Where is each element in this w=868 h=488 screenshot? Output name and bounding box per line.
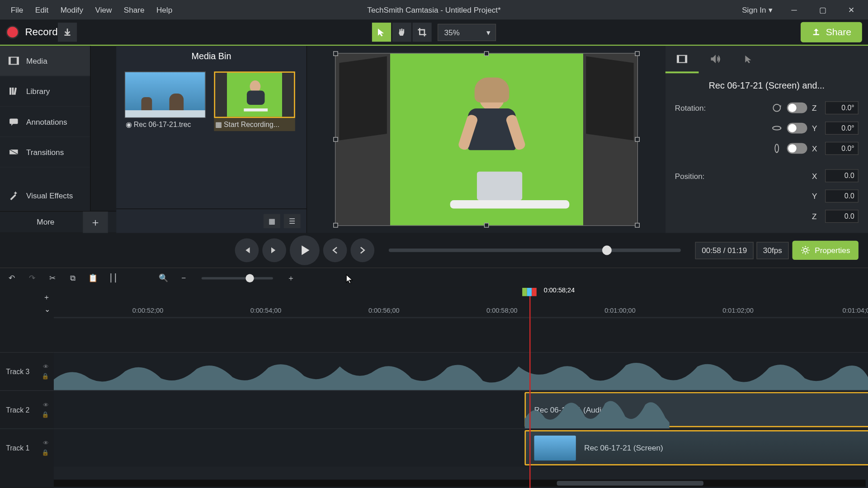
timeline-hscroll[interactable] xyxy=(54,480,866,487)
playhead[interactable]: 0:00:58;24 xyxy=(529,288,531,488)
view-list-button[interactable]: ☰ xyxy=(284,214,301,228)
tool-crop[interactable] xyxy=(413,23,432,42)
zoom-handle[interactable] xyxy=(246,274,254,282)
rotation-y-field[interactable] xyxy=(825,122,859,135)
copy-button[interactable]: ⧉ xyxy=(66,271,80,285)
resize-handle[interactable] xyxy=(635,51,640,56)
zoom-in-button[interactable]: ＋ xyxy=(284,271,298,285)
menu-file[interactable]: File xyxy=(5,3,29,17)
prev-button[interactable] xyxy=(323,238,347,262)
scrubber-handle[interactable] xyxy=(602,245,612,255)
rotation-y-toggle[interactable] xyxy=(787,123,807,134)
add-media-button[interactable]: ＋ xyxy=(83,211,108,232)
media-clip-2[interactable]: ▦ Start Recording... xyxy=(214,71,295,131)
position-y-field[interactable] xyxy=(825,189,859,202)
paste-button[interactable]: 📋 xyxy=(86,271,100,285)
svg-rect-2 xyxy=(17,57,19,65)
sidebar-more[interactable]: More xyxy=(8,217,83,226)
playhead-marker[interactable] xyxy=(522,288,537,296)
sidebar-annotations[interactable]: Annotations xyxy=(0,107,90,137)
gear-icon xyxy=(801,245,810,255)
collapse-tracks-button[interactable]: ⌄ xyxy=(44,305,50,313)
lock-icon[interactable]: 🔒 xyxy=(42,449,49,456)
timeline-ruler[interactable]: 0:00:52;00 0:00:54;00 0:00:56;00 0:00:58… xyxy=(54,288,868,318)
menu-view[interactable]: View xyxy=(89,3,118,17)
zoom-out-button[interactable]: − xyxy=(176,271,191,285)
lock-icon[interactable]: 🔒 xyxy=(42,411,49,418)
rotate-z-icon xyxy=(771,103,782,113)
resize-handle[interactable] xyxy=(333,137,338,142)
step-back-button[interactable] xyxy=(235,238,259,262)
menu-help[interactable]: Help xyxy=(151,3,179,17)
rotation-x-field[interactable] xyxy=(825,142,859,155)
properties-button[interactable]: Properties xyxy=(792,241,859,260)
download-button[interactable] xyxy=(58,23,77,42)
track-2[interactable]: Rec 06-17-21 (Audio) xyxy=(54,390,868,428)
sidebar-media[interactable]: Media xyxy=(0,46,90,76)
canvas-preview xyxy=(335,54,637,225)
next-button[interactable] xyxy=(350,238,374,262)
add-track-button[interactable]: ＋ xyxy=(43,292,50,302)
view-grid-button[interactable]: ▦ xyxy=(264,214,280,228)
ruler-tick: 0:01:02;00 xyxy=(722,307,754,314)
timeline-zoom-slider[interactable] xyxy=(202,277,273,279)
track-header-2[interactable]: Track 2👁🔒 xyxy=(0,390,54,428)
pos-axis-z: Z xyxy=(812,212,820,221)
prop-tab-cursor[interactable] xyxy=(732,46,765,74)
playback-scrubber[interactable] xyxy=(389,249,681,252)
signin-button[interactable]: Sign In▾ xyxy=(737,3,778,17)
play-button[interactable] xyxy=(290,235,320,265)
rotation-x-toggle[interactable] xyxy=(787,143,807,154)
eye-icon[interactable]: 👁 xyxy=(43,402,49,408)
clip-screen[interactable]: Rec 06-17-21 (Screen) xyxy=(524,430,868,465)
track-3[interactable] xyxy=(54,352,868,390)
eye-icon[interactable]: 👁 xyxy=(43,440,49,446)
sidebar-library[interactable]: Library xyxy=(0,76,90,107)
prop-tab-audio[interactable] xyxy=(699,46,732,74)
close-button[interactable]: ✕ xyxy=(840,1,863,18)
sidebar-visual-effects[interactable]: Visual Effects xyxy=(0,181,90,211)
rotation-z-field[interactable] xyxy=(825,101,859,114)
resize-handle[interactable] xyxy=(333,223,338,228)
step-fwd-button[interactable] xyxy=(262,238,286,262)
rotation-z-toggle[interactable] xyxy=(787,103,807,113)
track-header-1[interactable]: Track 1👁🔒 xyxy=(0,428,54,466)
media-clip-1[interactable]: ◉ Rec 06-17-21.trec xyxy=(125,71,206,131)
menu-edit[interactable]: Edit xyxy=(29,3,55,17)
menu-modify[interactable]: Modify xyxy=(54,3,89,17)
svg-rect-10 xyxy=(685,55,687,62)
eye-icon[interactable]: 👁 xyxy=(43,363,49,370)
position-z-field[interactable] xyxy=(825,210,859,223)
prop-tab-visual[interactable] xyxy=(665,46,699,74)
resize-handle[interactable] xyxy=(484,223,489,228)
timeline[interactable]: ＋ ⌄ Track 3👁🔒 Track 2👁🔒 Track 1👁🔒 0:00:5… xyxy=(0,288,868,488)
track-1[interactable]: Rec 06-17-21 (Screen) xyxy=(54,428,868,466)
resize-handle[interactable] xyxy=(635,137,640,142)
track-spacer xyxy=(54,318,868,352)
tool-select[interactable] xyxy=(372,23,391,42)
canvas-area[interactable] xyxy=(307,46,665,233)
tool-pan[interactable] xyxy=(392,23,411,42)
resize-handle[interactable] xyxy=(484,51,489,56)
canvas-zoom-select[interactable]: 35% xyxy=(438,23,496,41)
sidebar-more-row: More ＋ xyxy=(0,211,116,232)
position-x-field[interactable] xyxy=(825,169,859,183)
cut-button[interactable]: ✂ xyxy=(45,271,60,285)
split-button[interactable]: ⎮⎮ xyxy=(106,271,121,285)
minimize-button[interactable]: ─ xyxy=(782,1,806,18)
svg-rect-9 xyxy=(677,55,679,62)
resize-handle[interactable] xyxy=(333,51,338,56)
maximize-button[interactable]: ▢ xyxy=(811,1,835,18)
lock-icon[interactable]: 🔒 xyxy=(42,373,49,380)
sidebar-transitions[interactable]: Transitions xyxy=(0,137,90,167)
record-button[interactable]: Record xyxy=(6,26,57,39)
clip-name-2: ▦ Start Recording... xyxy=(214,118,295,131)
share-button[interactable]: Share xyxy=(801,22,862,42)
canvas-selection[interactable] xyxy=(335,53,637,225)
resize-handle[interactable] xyxy=(635,223,640,228)
menu-share[interactable]: Share xyxy=(118,3,151,17)
track-header-3[interactable]: Track 3👁🔒 xyxy=(0,352,54,390)
redo-button[interactable]: ↷ xyxy=(25,271,39,285)
hscroll-thumb[interactable] xyxy=(557,481,703,486)
undo-button[interactable]: ↶ xyxy=(5,271,19,285)
